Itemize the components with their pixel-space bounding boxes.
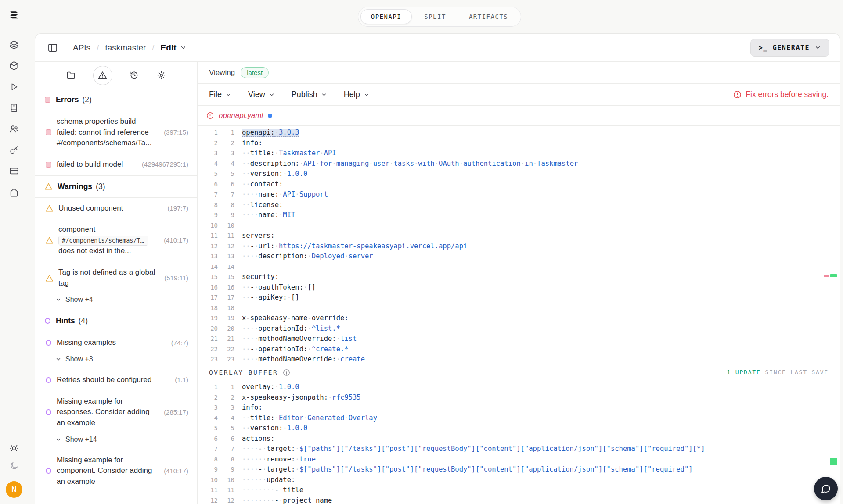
docs-icon[interactable]: [9, 103, 19, 113]
menu-help[interactable]: Help: [344, 90, 370, 99]
breadcrumb-edit-dropdown[interactable]: Edit: [161, 43, 187, 53]
overlay-editor[interactable]: 11overlay:·1.0.022x-speakeasy-jsonpath:·…: [198, 380, 840, 504]
code-text[interactable]: x-speakeasy-jsonpath:·rfc9535: [242, 393, 840, 403]
code-line[interactable]: 22x-speakeasy-jsonpath:·rfc9535: [198, 393, 840, 403]
code-text[interactable]: actions:: [242, 434, 840, 444]
code-line[interactable]: 33··title:·Taskmaster·API: [198, 148, 840, 159]
code-line[interactable]: 1212··-·url:·https://taskmaster-speakeas…: [198, 241, 840, 252]
code-text[interactable]: ··-·operationId:·^list.*: [242, 324, 840, 334]
code-text[interactable]: ··-·oauthToken:·[]: [242, 282, 840, 293]
code-text[interactable]: info:: [242, 403, 840, 413]
code-line[interactable]: 22info:: [198, 138, 840, 149]
users-icon[interactable]: [9, 124, 19, 134]
code-text[interactable]: overlay:·1.0.0: [242, 382, 840, 393]
code-line[interactable]: 2323····methodNameOverride:·create: [198, 354, 840, 365]
breadcrumb-project[interactable]: taskmaster: [105, 43, 146, 53]
tab-openapi-yaml[interactable]: openapi.yaml: [198, 106, 281, 125]
home-icon[interactable]: [9, 187, 19, 197]
code-line[interactable]: 88······remove:·true: [198, 454, 840, 465]
user-avatar[interactable]: N: [6, 481, 22, 498]
overlay-update-count[interactable]: 1 UPDATE: [727, 369, 761, 376]
code-text[interactable]: ········-·project_name: [242, 496, 840, 504]
billing-icon[interactable]: [9, 166, 19, 176]
api-keys-icon[interactable]: [9, 145, 19, 155]
code-line[interactable]: 1616··-·oauthToken:·[]: [198, 282, 840, 293]
code-text[interactable]: [242, 303, 840, 314]
code-line[interactable]: 11overlay:·1.0.0: [198, 382, 840, 393]
code-line[interactable]: 1010: [198, 221, 840, 231]
hint-item[interactable]: Missing example for responses. Consider …: [35, 391, 197, 434]
error-item[interactable]: failed to build model (4294967295:1): [35, 154, 197, 175]
menu-publish[interactable]: Publish: [292, 90, 327, 99]
code-line[interactable]: 99····name:·MIT: [198, 210, 840, 221]
code-line[interactable]: 99····-·target:·$["paths"]["/tasks"]["po…: [198, 465, 840, 475]
warning-item[interactable]: Tag is not defined as a global tag (519:…: [35, 262, 197, 294]
code-line[interactable]: 2020··-·operationId:·^list.*: [198, 324, 840, 334]
code-line[interactable]: 1111········-·title: [198, 485, 840, 496]
code-line[interactable]: 77····name:·API·Support: [198, 189, 840, 200]
code-line[interactable]: 66actions:: [198, 434, 840, 444]
code-text[interactable]: openapi:·3.0.3: [242, 128, 840, 138]
show-more-hints-1[interactable]: Show +3: [35, 354, 197, 369]
tab-artifacts[interactable]: ARTIFACTS: [458, 9, 519, 24]
show-more-hints-2[interactable]: Show +14: [35, 434, 197, 450]
code-text[interactable]: ····methodNameOverride:·create: [242, 354, 840, 365]
code-text[interactable]: ······remove:·true: [242, 454, 840, 465]
warning-item[interactable]: component #/components/schemas/TaskN doe…: [35, 219, 197, 262]
error-item[interactable]: schema properties build failed: cannot f…: [35, 111, 197, 154]
run-icon[interactable]: [9, 82, 19, 92]
code-text[interactable]: security:: [242, 272, 840, 282]
code-text[interactable]: ··license:: [242, 200, 840, 211]
history-icon[interactable]: [129, 70, 140, 81]
chat-button[interactable]: [814, 477, 838, 500]
settings-icon[interactable]: [156, 70, 167, 81]
menu-file[interactable]: File: [209, 90, 231, 99]
info-icon[interactable]: [283, 369, 290, 376]
tab-openapi[interactable]: OPENAPI: [360, 9, 412, 24]
code-text[interactable]: [242, 221, 840, 231]
code-text[interactable]: ····description:·Deployed·server: [242, 251, 840, 262]
code-line[interactable]: 1919x-speakeasy-name-override:: [198, 313, 840, 324]
code-line[interactable]: 55··version:·1.0.0: [198, 423, 840, 434]
code-text[interactable]: ····name:·MIT: [242, 210, 840, 221]
code-text[interactable]: ··title:·Editor·Generated·Overlay: [242, 413, 840, 424]
code-line[interactable]: 55··version:·1.0.0: [198, 169, 840, 179]
dark-theme-icon[interactable]: [9, 461, 19, 471]
code-line[interactable]: 66··contact:: [198, 179, 840, 190]
generate-button[interactable]: >_ GENERATE: [750, 39, 829, 57]
openapi-editor[interactable]: 11openapi:·3.0.322info:33··title:·Taskma…: [198, 126, 840, 365]
hint-item[interactable]: Missing example for component. Consider …: [35, 450, 197, 493]
code-text[interactable]: ··version:·1.0.0: [242, 169, 840, 179]
version-badge[interactable]: latest: [241, 67, 269, 78]
code-text[interactable]: ····name:·API·Support: [242, 189, 840, 200]
warning-item[interactable]: Unused component (197:7): [35, 198, 197, 219]
code-line[interactable]: 2121····methodNameOverride:·list: [198, 334, 840, 344]
hint-item[interactable]: Missing examples (74:7): [35, 332, 197, 354]
code-text[interactable]: ····methodNameOverride:·list: [242, 334, 840, 344]
code-text[interactable]: ··version:·1.0.0: [242, 423, 840, 434]
tab-split[interactable]: SPLIT: [414, 9, 457, 24]
code-line[interactable]: 33info:: [198, 403, 840, 413]
breadcrumb-apis[interactable]: APIs: [73, 43, 90, 53]
code-line[interactable]: 1212········-·project_name: [198, 496, 840, 504]
code-line[interactable]: 1313····description:·Deployed·server: [198, 251, 840, 262]
code-line[interactable]: 44··description:·API·for·managing·user·t…: [198, 159, 840, 169]
code-line[interactable]: 1414: [198, 262, 840, 272]
code-text[interactable]: ······update:: [242, 475, 840, 486]
sidebar-toggle-icon[interactable]: [47, 43, 58, 53]
code-line[interactable]: 77····-·target:·$["paths"]["/tasks"]["po…: [198, 444, 840, 454]
code-text[interactable]: x-speakeasy-name-override:: [242, 313, 840, 324]
code-line[interactable]: 1717··-·apiKey:·[]: [198, 293, 840, 303]
code-line[interactable]: 88··license:: [198, 200, 840, 211]
code-line[interactable]: 1818: [198, 303, 840, 314]
code-text[interactable]: ····-·target:·$["paths"]["/tasks"]["post…: [242, 444, 840, 454]
code-text[interactable]: ··-·apiKey:·[]: [242, 293, 840, 303]
code-text[interactable]: ········-·title: [242, 485, 840, 496]
code-text[interactable]: info:: [242, 138, 840, 149]
files-icon[interactable]: [66, 70, 76, 81]
menu-view[interactable]: View: [248, 90, 275, 99]
hint-item[interactable]: Retries should be configured (1:1): [35, 369, 197, 391]
code-text[interactable]: ··-·url:·https://taskmaster-speakeasyapi…: [242, 241, 840, 252]
code-text[interactable]: ····-·target:·$["paths"]["/tasks"]["post…: [242, 465, 840, 475]
code-line[interactable]: 2222··-·operationId:·^create.*: [198, 344, 840, 355]
